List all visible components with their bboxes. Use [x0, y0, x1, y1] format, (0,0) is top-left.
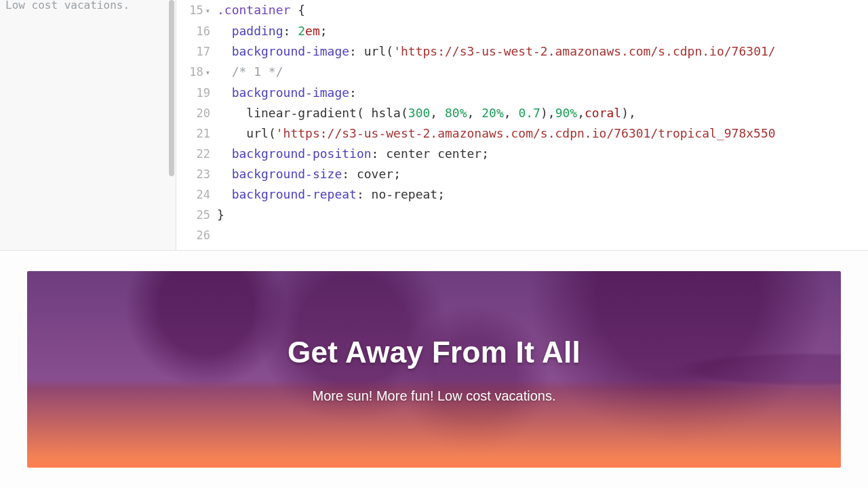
code-line[interactable]: 23 background-size: cover; [176, 164, 868, 184]
code-content[interactable]: } [217, 205, 224, 225]
code-line[interactable]: 17 background-image: url('https://s3-us-… [176, 41, 868, 62]
fold-toggle-icon[interactable]: ▾ [205, 62, 210, 83]
code-content[interactable]: background-repeat: no-repeat; [217, 184, 445, 205]
line-number: 18▾ [176, 62, 217, 83]
code-content[interactable]: background-size: cover; [217, 164, 401, 184]
code-content[interactable]: background-image: [217, 83, 357, 103]
scrollbar-thumb[interactable] [169, 0, 174, 176]
line-number: 17 [176, 41, 217, 62]
preview-pane: Get Away From It All More sun! More fun!… [0, 251, 868, 488]
line-number: 22 [176, 144, 217, 164]
code-content[interactable]: .container { [217, 0, 305, 20]
code-content[interactable]: background-image: url('https://s3-us-wes… [217, 41, 776, 62]
code-line[interactable]: 25} [176, 205, 868, 225]
scrollbar-vertical[interactable] [169, 0, 174, 250]
codepen-like-editor: Low cost vacations. 15▾.container {16 pa… [0, 0, 868, 488]
code-content[interactable]: padding: 2em; [217, 21, 328, 41]
code-line[interactable]: 22 background-position: center center; [176, 144, 868, 164]
line-number: 25 [176, 205, 217, 225]
preview-subheading: More sun! More fun! Low cost vacations. [312, 388, 555, 404]
code-lines[interactable]: 15▾.container {16 padding: 2em;17 backgr… [176, 0, 868, 245]
code-line[interactable]: 20 linear-gradient( hsla(300, 80%, 20%, … [176, 103, 868, 123]
code-line[interactable]: 24 background-repeat: no-repeat; [176, 184, 868, 205]
code-line[interactable]: 18▾ /* 1 */ [176, 62, 868, 83]
line-number: 26 [176, 225, 217, 245]
code-content[interactable]: url('https://s3-us-west-2.amazonaws.com/… [217, 123, 776, 144]
preview-container: Get Away From It All More sun! More fun!… [27, 271, 841, 468]
code-content[interactable]: /* 1 */ [217, 62, 283, 82]
preview-heading: Get Away From It All [288, 336, 580, 369]
line-number: 16 [176, 21, 217, 41]
code-line[interactable]: 21 url('https://s3-us-west-2.amazonaws.c… [176, 123, 868, 144]
line-number: 23 [176, 164, 217, 184]
code-line[interactable]: 16 padding: 2em; [176, 21, 868, 41]
line-number: 15▾ [176, 0, 217, 21]
code-line[interactable]: 26 [176, 225, 868, 245]
line-number: 19 [176, 83, 217, 103]
line-number: 24 [176, 184, 217, 205]
html-fragment-text: Low cost vacations. [5, 0, 166, 12]
html-editor-pane[interactable]: Low cost vacations. [0, 0, 176, 250]
code-content[interactable]: linear-gradient( hsla(300, 80%, 20%, 0.7… [217, 103, 636, 123]
editor-panes: Low cost vacations. 15▾.container {16 pa… [0, 0, 868, 251]
code-line[interactable]: 19 background-image: [176, 83, 868, 103]
line-number: 21 [176, 123, 217, 144]
code-content[interactable]: background-position: center center; [217, 144, 489, 164]
line-number: 20 [176, 103, 217, 123]
fold-toggle-icon[interactable]: ▾ [205, 1, 210, 21]
css-editor-pane[interactable]: 15▾.container {16 padding: 2em;17 backgr… [176, 0, 868, 250]
code-line[interactable]: 15▾.container { [176, 0, 868, 21]
